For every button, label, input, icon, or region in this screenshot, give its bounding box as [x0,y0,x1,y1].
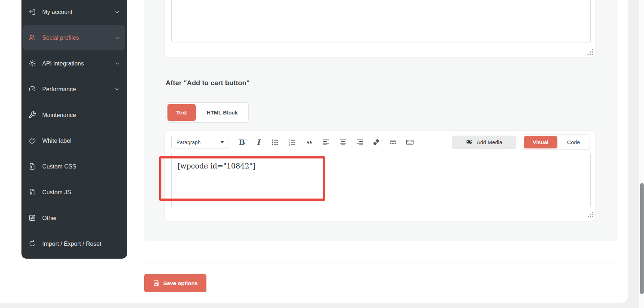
numbered-list-icon: 123 [288,138,296,146]
content-mode-tabs: Text HTML Block [166,102,249,123]
align-left-button[interactable] [319,136,332,148]
bullet-list-button[interactable] [269,136,282,148]
save-options-label: Save options [163,280,197,287]
sidebar-item-white-label[interactable]: White label [23,128,125,153]
gear-icon [28,59,36,67]
wrench-icon [28,111,36,119]
save-icon [153,280,160,287]
resize-grip-icon[interactable] [588,212,594,217]
settings-sidebar: My account Social profiles API integrati… [21,0,127,259]
heading-divider [165,93,595,93]
visual-code-tabs: Visual Code [522,135,590,150]
resize-grip-icon[interactable] [587,49,593,55]
sidebar-item-api-integrations[interactable]: API integrations [23,50,125,76]
blockquote-button[interactable] [303,136,316,148]
chevron-down-icon [114,60,120,67]
shortcode-text: [wpcode id="10842"] [177,162,255,170]
sliders-icon [28,214,36,222]
italic-button[interactable]: I [252,136,265,148]
align-right-icon [356,138,364,146]
sidebar-item-custom-js[interactable]: Custom JS [23,179,125,205]
editor-block-before [165,0,595,57]
svg-text:3: 3 [288,143,290,146]
bullet-list-icon [271,138,279,146]
sidebar-item-label: API integrations [42,60,84,67]
bold-button[interactable]: B [235,136,248,148]
editor-block-after: Paragraph B I 123 [165,131,595,221]
sidebar-item-label: Other [42,215,57,221]
editor-after-content[interactable]: [wpcode id="10842"] [171,153,591,207]
tab-visual[interactable]: Visual [524,136,557,148]
sidebar-item-custom-css[interactable]: Custom CSS [23,153,125,179]
file-js-icon [28,188,36,196]
scrollbar-track[interactable] [639,0,644,308]
insert-link-button[interactable] [370,136,382,148]
add-media-button[interactable]: Add Media [452,136,516,149]
media-icon [466,139,473,146]
sidebar-item-label: My account [42,9,72,15]
paragraph-style-select[interactable]: Paragraph [171,136,229,148]
sidebar-item-label: Social profiles [42,34,79,41]
refresh-icon [28,240,36,248]
users-icon [28,34,36,41]
save-options-button[interactable]: Save options [144,274,206,292]
settings-page: My account Social profiles API integrati… [0,0,644,308]
sidebar-item-my-account[interactable]: My account [23,0,125,25]
sidebar-item-label: Custom JS [42,189,71,196]
sidebar-item-label: White label [42,137,72,144]
align-center-icon [339,138,347,146]
chevron-down-icon [114,35,120,41]
keyboard-icon [406,138,414,146]
blockquote-icon [305,138,313,146]
paragraph-select-value: Paragraph [176,140,201,145]
align-right-button[interactable] [353,136,366,148]
sidebar-item-label: Maintenance [42,112,76,118]
gauge-icon [28,85,36,93]
read-more-icon [389,138,397,146]
sidebar-item-import-export-reset[interactable]: Import / Export / Reset [23,231,125,256]
keyboard-shortcuts-button[interactable] [403,136,416,148]
tab-text[interactable]: Text [167,104,196,121]
login-icon [28,8,36,16]
dropdown-caret-icon [220,141,224,143]
tag-icon [28,137,36,145]
section-heading: After "Add to cart button" [166,79,250,87]
sidebar-item-label: Import / Export / Reset [42,240,101,247]
file-css-icon [28,162,36,170]
align-left-icon [322,138,330,146]
numbered-list-button[interactable]: 123 [286,136,298,148]
chevron-down-icon [114,86,120,92]
sidebar-item-label: Custom CSS [42,163,76,170]
italic-icon: I [257,138,260,147]
tab-html-block[interactable]: HTML Block [196,103,248,122]
footer-divider [144,263,618,263]
add-media-label: Add Media [477,139,502,145]
sidebar-item-performance[interactable]: Performance [23,76,125,102]
read-more-button[interactable] [386,136,399,148]
sidebar-item-social-profiles[interactable]: Social profiles [23,25,125,50]
link-icon [372,138,380,146]
sidebar-item-label: Performance [42,86,76,93]
bold-icon: B [239,138,245,147]
sidebar-item-maintenance[interactable]: Maintenance [23,102,125,128]
editor-before-content[interactable] [171,0,591,43]
tab-code[interactable]: Code [557,135,590,150]
scrollbar-thumb[interactable] [640,183,644,294]
sidebar-item-other[interactable]: Other [23,205,125,231]
chevron-down-icon [114,9,120,15]
align-center-button[interactable] [336,136,349,148]
